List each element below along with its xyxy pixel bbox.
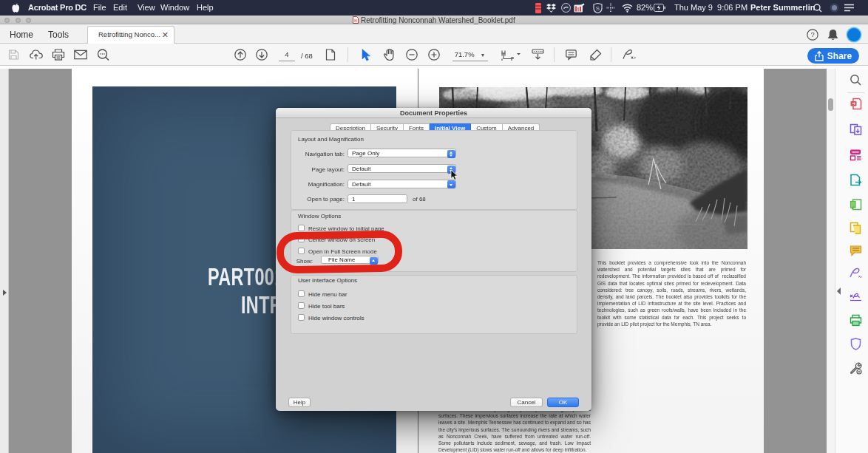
svg-text:?: ? — [810, 30, 814, 38]
svg-text:S: S — [596, 4, 600, 11]
